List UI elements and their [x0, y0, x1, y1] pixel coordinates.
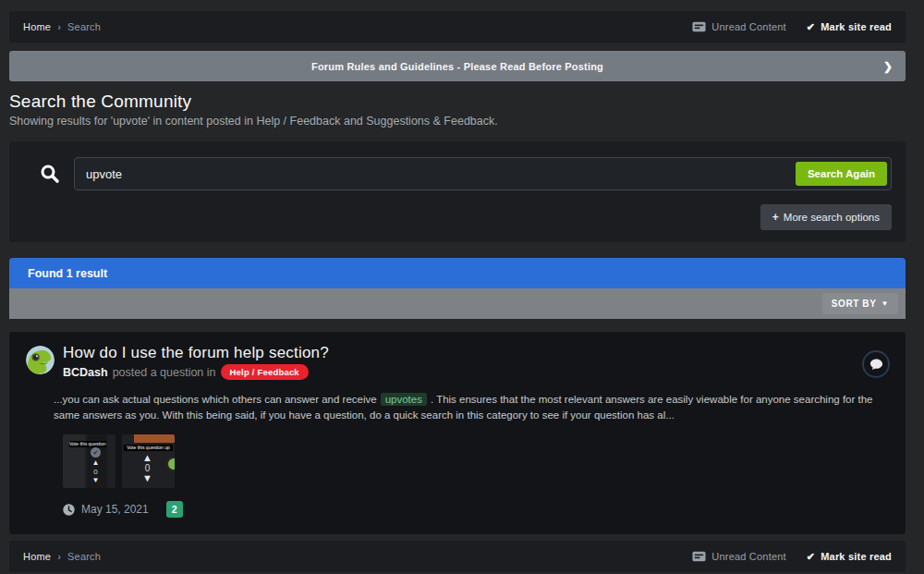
byline-action-text: posted a question in: [113, 366, 216, 379]
category-badge[interactable]: Help / Feedback: [221, 364, 309, 380]
results-header: Found 1 result SORT BY ▼: [9, 258, 906, 319]
page-heading: Search the Community Showing results for…: [9, 92, 906, 128]
attachment-thumbnails: Vote this question up ✔ ▲ 0 ▼ Vote this …: [63, 434, 889, 488]
search-icon: [40, 164, 60, 184]
search-input[interactable]: [74, 157, 892, 190]
search-options-row: + More search options: [23, 204, 892, 230]
page-wrapper: Home › Search Unread Content ✔ Mark site…: [9, 11, 906, 572]
speech-bubble-icon: [869, 358, 883, 371]
mark-site-read-label: Mark site read: [821, 21, 892, 32]
breadcrumb: Home › Search: [23, 551, 101, 562]
result-date: May 15, 2021: [81, 503, 149, 516]
unread-content-link[interactable]: Unread Content: [692, 21, 785, 32]
check-icon: ✔: [807, 551, 815, 563]
check-circle-icon: ✔: [91, 447, 101, 458]
result-header: How do I use the forum help section? BCD…: [26, 344, 889, 380]
upvote-arrow-icon: ▲: [92, 459, 100, 467]
vote-widget: ▲ 0 ▼: [142, 453, 152, 483]
bar-actions: Unread Content ✔ Mark site read: [692, 551, 892, 563]
vote-widget: ✔ ▲ 0 ▼: [91, 447, 101, 484]
unread-content-link[interactable]: Unread Content: [692, 551, 785, 562]
upvote-arrow-icon: ▲: [142, 453, 152, 463]
breadcrumb-separator-icon: ›: [57, 21, 61, 32]
mark-site-read-label: Mark site read: [821, 551, 892, 562]
breadcrumb-search-link[interactable]: Search: [67, 551, 101, 562]
vote-counter: 0: [145, 464, 151, 472]
avatar[interactable]: [26, 346, 55, 374]
vote-counter: 0: [93, 468, 97, 476]
sort-by-button[interactable]: SORT BY ▼: [822, 293, 898, 314]
attachment-thumbnail[interactable]: Vote this question up ✔ ▲ 0 ▼: [63, 434, 116, 488]
attachment-thumbnail[interactable]: Vote this question up ▲ 0 ▼: [122, 434, 175, 488]
thumbnail-tooltip-text: Vote this question up: [124, 445, 173, 451]
downvote-arrow-icon: ▼: [92, 477, 100, 484]
clock-icon: [63, 504, 75, 516]
mark-site-read-link[interactable]: ✔ Mark site read: [807, 21, 892, 33]
plus-icon: +: [772, 211, 779, 224]
downvote-arrow-icon: ▼: [142, 473, 152, 483]
results-count-bar: Found 1 result: [9, 258, 906, 288]
breadcrumb-separator-icon: ›: [57, 551, 61, 562]
result-byline: BCDash posted a question in Help / Feedb…: [63, 364, 329, 380]
unread-content-icon: [692, 21, 706, 32]
go-to-topic-button[interactable]: [862, 350, 890, 378]
chevron-right-icon: ❯: [883, 60, 893, 73]
author-link[interactable]: BCDash: [63, 366, 108, 379]
thumbnail-avatar: [166, 457, 175, 471]
breadcrumb-home-link[interactable]: Home: [23, 21, 51, 32]
sort-by-label: SORT BY: [832, 299, 877, 309]
breadcrumb-bar-bottom: Home › Search Unread Content ✔ Mark site…: [9, 541, 906, 572]
page-title: Search the Community: [9, 92, 906, 112]
unread-content-label: Unread Content: [711, 551, 785, 562]
result-header-text: How do I use the forum help section? BCD…: [63, 344, 329, 380]
check-icon: ✔: [807, 21, 815, 33]
breadcrumb: Home › Search: [23, 21, 101, 32]
reply-count-badge[interactable]: 2: [166, 501, 183, 518]
search-result-card: How do I use the forum help section? BCD…: [9, 332, 906, 534]
result-meta: May 15, 2021 2: [63, 501, 889, 518]
result-snippet: ...you can ask actual questions which ot…: [54, 392, 889, 423]
breadcrumb-home-link[interactable]: Home: [23, 551, 51, 562]
search-row: Search Again: [23, 157, 892, 190]
snippet-text-before: ...you can ask actual questions which ot…: [54, 394, 377, 405]
forum-rules-banner-text: Forum Rules and Guidelines - Please Read…: [311, 61, 603, 72]
search-panel: Search Again + More search options: [9, 141, 906, 242]
sort-bar: SORT BY ▼: [9, 288, 906, 319]
unread-content-icon: [692, 551, 706, 562]
unread-content-label: Unread Content: [711, 21, 785, 32]
thumbnail-header-bar: [134, 434, 175, 443]
thumbnail-tooltip-text: Vote this question up: [69, 441, 106, 447]
breadcrumb-search-link[interactable]: Search: [67, 21, 101, 32]
more-search-options-label: More search options: [784, 212, 880, 223]
page-subtitle: Showing results for 'upvote' in content …: [9, 115, 906, 128]
breadcrumb-bar-top: Home › Search Unread Content ✔ Mark site…: [9, 11, 906, 43]
more-search-options-button[interactable]: + More search options: [760, 204, 892, 230]
forum-rules-banner[interactable]: Forum Rules and Guidelines - Please Read…: [9, 51, 906, 81]
caret-down-icon: ▼: [881, 299, 889, 308]
mark-site-read-link[interactable]: ✔ Mark site read: [807, 551, 892, 563]
result-title-link[interactable]: How do I use the forum help section?: [63, 344, 329, 362]
search-input-wrap: Search Again: [74, 157, 892, 190]
results-count-label: Found 1 result: [28, 267, 107, 280]
bar-actions: Unread Content ✔ Mark site read: [692, 21, 892, 33]
snippet-highlight: upvotes: [381, 393, 427, 406]
search-again-button[interactable]: Search Again: [796, 162, 887, 186]
